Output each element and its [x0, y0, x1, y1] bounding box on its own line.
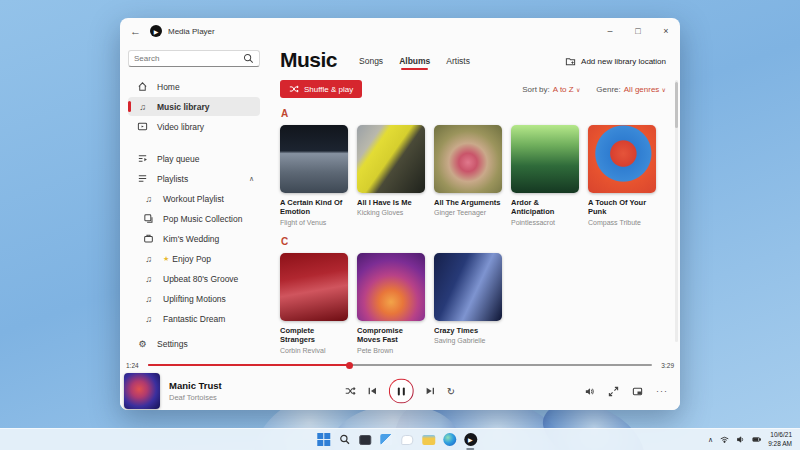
previous-track-icon[interactable]	[367, 386, 378, 397]
playlist-label: Pop Music Collection	[163, 214, 242, 224]
album-cover[interactable]	[357, 253, 425, 321]
start-button[interactable]	[316, 433, 330, 447]
album-artist: Flight of Venus	[280, 219, 348, 226]
genre-dropdown[interactable]: Genre:All genres ∨	[596, 85, 666, 94]
more-options-icon[interactable]: ···	[656, 386, 668, 396]
album-cover[interactable]	[280, 253, 348, 321]
album-artist: Saving Gabrielle	[434, 337, 502, 344]
search-input[interactable]	[134, 54, 243, 63]
album-title: All I Have Is Me	[357, 198, 425, 207]
gear-icon: ⚙	[136, 339, 149, 349]
playlist-label: Upbeat 80's Groove	[163, 274, 238, 284]
album-tile[interactable]: Ardor & Anticipation Pointlessacrot	[511, 125, 579, 226]
album-cover[interactable]	[357, 125, 425, 193]
add-library-button[interactable]: Add new library location	[565, 56, 666, 67]
main-content: Music Songs Albums Artists Add new libra…	[268, 44, 680, 358]
add-folder-icon	[565, 56, 576, 67]
seek-handle[interactable]	[346, 362, 353, 369]
mini-player-icon[interactable]	[632, 386, 643, 397]
tab-artists[interactable]: Artists	[446, 56, 470, 70]
playlist-label: Enjoy Pop	[172, 254, 211, 264]
edge-button[interactable]	[442, 433, 456, 447]
album-cover[interactable]	[588, 125, 656, 193]
close-button[interactable]: ×	[652, 18, 680, 44]
album-artist: Kicking Gloves	[357, 209, 425, 216]
playlist-item-workout-playlist[interactable]: ♫ Workout Playlist	[128, 189, 260, 208]
task-view-button[interactable]	[358, 433, 372, 447]
album-grid-c: Complete Strangers Corbin Revival Compro…	[280, 253, 666, 354]
chevron-up-icon[interactable]: ∧	[249, 175, 254, 183]
album-cover[interactable]	[434, 253, 502, 321]
album-tile[interactable]: All I Have Is Me Kicking Gloves	[357, 125, 425, 226]
album-tile[interactable]: All The Arguments Ginger Teenager	[434, 125, 502, 226]
sidebar-item-settings[interactable]: ⚙ Settings	[128, 334, 260, 353]
back-button[interactable]: ←	[130, 25, 148, 37]
music-note-icon: ♫	[142, 194, 155, 204]
next-track-icon[interactable]	[425, 386, 436, 397]
search-icon	[339, 434, 350, 445]
sidebar-item-play-queue[interactable]: Play queue	[128, 149, 260, 168]
album-tile[interactable]: Complete Strangers Corbin Revival	[280, 253, 348, 354]
scrollbar-thumb[interactable]	[675, 82, 678, 128]
titlebar: ← ▶ Media Player – □ ×	[120, 18, 680, 44]
playlist-item-enjoy-pop[interactable]: ♫ ★ Enjoy Pop	[128, 249, 260, 268]
playlist-item-fantastic-dream[interactable]: ♫ Fantastic Dream	[128, 309, 260, 328]
sidebar-item-playlists[interactable]: Playlists ∧	[128, 169, 260, 188]
widgets-button[interactable]	[379, 433, 393, 447]
vertical-scrollbar[interactable]	[675, 80, 678, 342]
sort-dropdown[interactable]: Sort by:A to Z ∨	[522, 85, 580, 94]
player-zone: 1:24 3:29 Manic Trust Deaf Tortoises ↻	[120, 358, 680, 410]
page-title: Music	[280, 48, 337, 72]
music-note-icon: ♫	[142, 314, 155, 324]
playlist-item-upbeat-80s-groove[interactable]: ♫ Upbeat 80's Groove	[128, 269, 260, 288]
album-cover[interactable]	[280, 125, 348, 193]
now-playing-title: Manic Trust	[169, 380, 222, 391]
home-icon	[136, 81, 149, 92]
album-tile[interactable]: Compromise Moves Fast Pete Brown	[357, 253, 425, 354]
album-cover[interactable]	[434, 125, 502, 193]
task-view-icon	[359, 435, 371, 445]
sidebar-item-home[interactable]: Home	[128, 77, 260, 96]
now-playing-art[interactable]	[124, 373, 160, 409]
tray-chevron-icon[interactable]: ∧	[708, 436, 713, 444]
playlist-item-uplifting-motions[interactable]: ♫ Uplifting Motions	[128, 289, 260, 308]
sidebar-item-video-library[interactable]: Video library	[128, 117, 260, 136]
volume-icon[interactable]	[584, 386, 595, 397]
album-cover[interactable]	[511, 125, 579, 193]
album-tile[interactable]: A Touch Of Your Punk Compass Tribute	[588, 125, 656, 226]
sidebar-item-music-library[interactable]: ♫ Music library	[128, 97, 260, 116]
tab-albums[interactable]: Albums	[399, 56, 430, 70]
playlist-item-kims-wedding[interactable]: Kim's Wedding	[128, 229, 260, 248]
media-player-taskbar-button[interactable]: ▶	[463, 433, 477, 447]
album-tile[interactable]: Crazy Times Saving Gabrielle	[434, 253, 502, 354]
playlist-item-pop-music-collection[interactable]: Pop Music Collection	[128, 209, 260, 228]
tab-songs[interactable]: Songs	[359, 56, 383, 70]
playlist-label: Kim's Wedding	[163, 234, 219, 244]
minimize-button[interactable]: –	[596, 18, 624, 44]
maximize-button[interactable]: □	[624, 18, 652, 44]
speaker-icon[interactable]	[736, 435, 745, 444]
album-tile[interactable]: A Certain Kind Of Emotion Flight of Venu…	[280, 125, 348, 226]
sidebar-item-label: Music library	[157, 102, 209, 112]
taskbar-search-button[interactable]	[337, 433, 351, 447]
file-explorer-button[interactable]	[421, 433, 435, 447]
section-header-a: A	[281, 108, 666, 119]
battery-icon[interactable]	[752, 435, 761, 444]
search-box[interactable]	[128, 50, 260, 67]
shuffle-play-button[interactable]: Shuffle & play	[280, 80, 362, 98]
album-artist: Ginger Teenager	[434, 209, 502, 216]
fullscreen-icon[interactable]	[608, 386, 619, 397]
repeat-icon[interactable]: ↻	[447, 386, 455, 396]
wifi-icon[interactable]	[720, 435, 729, 444]
shuffle-play-label: Shuffle & play	[304, 85, 353, 94]
chat-button[interactable]	[400, 433, 414, 447]
playlists-icon	[136, 173, 149, 184]
total-time: 3:29	[656, 362, 674, 369]
taskbar-clock[interactable]: 10/6/21 9:28 AM	[768, 431, 792, 449]
sidebar-item-label: Home	[157, 82, 180, 92]
shuffle-icon[interactable]	[345, 386, 356, 397]
playlist-label: Uplifting Motions	[163, 294, 226, 304]
seek-bar[interactable]	[148, 364, 652, 366]
sidebar-item-label: Settings	[157, 339, 188, 349]
pause-button[interactable]	[389, 379, 414, 404]
